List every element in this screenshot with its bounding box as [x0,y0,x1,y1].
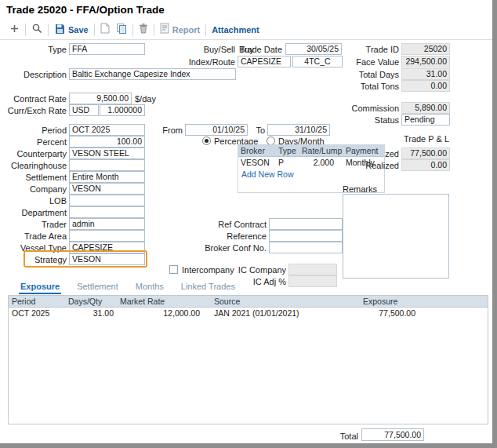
delete-button[interactable] [136,21,151,38]
counterparty-label: Counterparty [0,148,67,160]
trade-area-field[interactable] [69,230,145,242]
ic-company-field [288,264,337,275]
exposure-col-header[interactable]: Exposure [360,296,419,307]
search-button[interactable] [28,21,45,38]
broker-col-header[interactable]: Broker [238,145,276,156]
index-field[interactable]: CAPESIZE [238,56,291,67]
type-col-header[interactable]: Type [276,145,299,156]
copy-button[interactable] [113,21,130,38]
percentage-radio[interactable] [202,137,211,145]
description-field[interactable]: Baltic Exchange Capesize Index [69,68,236,80]
report-icon [160,23,169,37]
to-date-field[interactable]: 31/10/25 [267,124,330,136]
toolbar-separator [48,24,49,36]
reference-field[interactable] [269,230,343,242]
report-button-label: Report [172,25,200,35]
exposure-table: Period Days/Qty Market Rate Source Expos… [8,295,488,424]
toolbar-separator [154,24,154,36]
to-label: To [248,125,265,137]
days-qty-col-header[interactable]: Days/Qty [65,296,117,307]
department-label: Department [0,207,67,219]
tab-months[interactable]: Months [134,281,165,294]
realized-field: 0.00 [401,159,450,171]
report-button[interactable]: Report [157,21,203,38]
company-field[interactable]: VESON [69,183,145,195]
trash-icon [139,23,148,37]
face-value-field: 294,500.00 [401,56,450,67]
clearinghouse-field[interactable] [69,159,145,171]
lob-field[interactable] [69,195,145,206]
period-col-header[interactable]: Period [9,296,65,307]
broker-table-header: Broker Type Rate/Lump Payment [238,145,384,157]
tab-exposure[interactable]: Exposure [19,281,61,294]
broker-type-cell[interactable]: P [276,157,299,169]
intercompany-checkbox[interactable] [169,265,178,274]
market-rate-col-header[interactable]: Market Rate [117,296,211,307]
strategy-field[interactable]: VESON [69,253,145,265]
currency-field[interactable]: USD [69,104,99,116]
new-document-button[interactable] [97,21,113,38]
rate-lump-col-header[interactable]: Rate/Lump [299,145,343,156]
attachment-button[interactable]: Attachment [209,24,263,36]
vessel-type-label: Vessel Type [0,242,67,254]
percent-field[interactable]: 100.00 [69,136,145,148]
settlement-field[interactable]: Entire Month [69,171,145,183]
new-button[interactable] [6,21,23,38]
toolbar-separator [132,24,133,36]
exchange-rate-field[interactable]: 1.000000 [100,104,145,116]
contract-rate-field[interactable]: 9,500.00 [69,93,132,104]
trade-pl-title: Trade P & L [345,133,449,145]
search-icon [31,23,42,37]
period-cell: OCT 2025 [9,308,65,319]
total-field: 77,500.00 [361,428,424,441]
counterparty-field[interactable]: VESON STEEL [69,148,145,159]
plus-icon [9,23,20,37]
unrealized-field: 77,500.00 [401,148,450,159]
department-field[interactable] [69,206,145,218]
period-field[interactable]: OCT 2025 [69,124,145,136]
face-value-label: Face Value [329,56,399,68]
type-field[interactable]: FFA [69,43,145,55]
toolbar: Save Report Attachment [6,21,263,38]
curr-exch-rate-label: Curr/Exch Rate [0,105,67,117]
tab-linked-trades[interactable]: Linked Trades [180,281,237,294]
ic-adj-field [288,275,337,287]
payment-col-header[interactable]: Payment [343,145,383,156]
commission-field: 5,890.00 [401,102,450,114]
contract-rate-unit: $/day [135,93,156,105]
strategy-label: Strategy [0,254,67,266]
contract-rate-label: Contract Rate [0,93,67,105]
ref-contract-label: Ref Contract [188,219,267,231]
trader-field[interactable]: admin [69,218,145,230]
source-cell: JAN 2021 (01/01/2021) [211,308,360,319]
lob-label: LOB [0,195,67,207]
total-tons-field: 0.00 [401,80,450,92]
source-col-header[interactable]: Source [211,296,360,307]
type-label: Type [0,44,67,56]
page-title: Trade 25020 - FFA/Option Trade [6,4,165,16]
exposure-table-row[interactable]: OCT 2025 31.00 12,000.00 JAN 2021 (01/01… [9,308,488,319]
vessel-type-field[interactable]: CAPESIZE [69,242,145,253]
save-icon [54,23,65,37]
reference-label: Reference [188,231,267,242]
broker-conf-no-field[interactable] [269,242,343,253]
exposure-table-header: Period Days/Qty Market Rate Source Expos… [9,296,488,308]
status-field[interactable]: Pending [401,114,450,126]
save-button[interactable]: Save [51,21,92,38]
trade-date-label: Trade Date [231,44,282,56]
from-date-field[interactable]: 01/10/25 [185,124,248,136]
total-tons-label: Total Tons [329,81,399,93]
exposure-cell: 77,500.00 [360,308,419,319]
realized-label: Realized [329,160,399,172]
ic-company-label: IC Company [208,264,286,276]
index-route-label: Index/Route [180,56,235,68]
copy-icon [116,23,127,37]
ref-contract-field[interactable] [269,218,343,230]
remarks-input[interactable] [343,194,449,279]
trader-label: Trader [0,219,67,231]
period-label: Period [0,125,67,137]
broker-cell[interactable]: VESON [238,157,276,169]
toolbar-divider [0,39,492,40]
tab-settlement[interactable]: Settlement [75,281,120,294]
market-rate-cell: 12,000.00 [117,308,211,319]
